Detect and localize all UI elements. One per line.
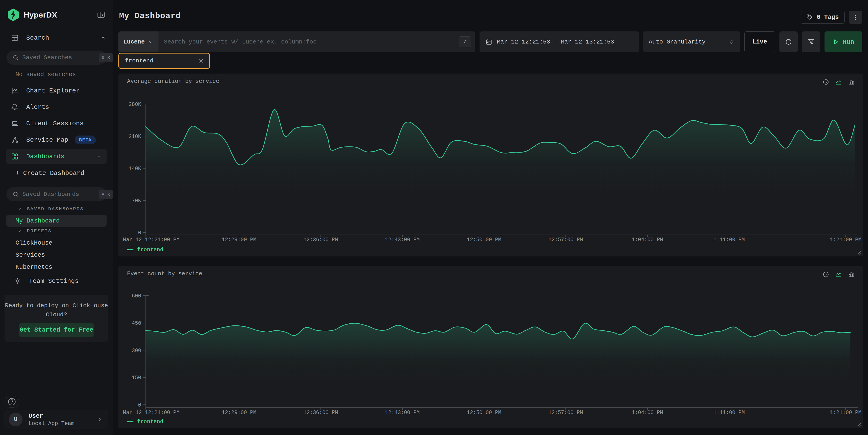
query-language-select[interactable]: Lucene [118,31,158,52]
page-title: My Dashboard [119,11,181,21]
legend-dash-icon [127,249,133,250]
bell-icon [11,103,19,111]
saved-searches-search[interactable]: ⌘ K [6,51,106,65]
hyperdx-logo-icon [7,8,20,22]
sidebar-item-service-map[interactable]: Service Map BETA [0,134,113,146]
filter-chip-frontend[interactable]: frontend [118,53,210,69]
legend-dash-icon [127,421,133,422]
filter-chip-label: frontend [125,57,153,64]
event-search-input[interactable] [158,31,459,52]
chevron-down-icon [17,206,22,212]
dashboard-item-label: My Dashboard [16,218,60,224]
svg-text:300: 300 [132,348,141,354]
panel-resize-handle[interactable] [857,250,862,255]
event-search-box: Lucene / [118,31,475,52]
sidebar-item-search[interactable]: Search [0,32,113,44]
section-saved-dashboards[interactable]: SAVED DASHBOARDS [17,206,84,212]
sidebar-item-dashboards[interactable]: Dashboards [6,149,106,164]
chevron-up-icon [100,35,106,41]
svg-text:12:50:00 PM: 12:50:00 PM [467,237,501,243]
calendar-icon [486,38,492,45]
chevron-down-icon [148,39,153,44]
dashboard-menu-button[interactable] [849,11,862,24]
sidebar-item-clickhouse[interactable]: ClickHouse [6,237,106,249]
date-range-picker[interactable]: Mar 12 12:21:53 - Mar 12 13:21:53 [479,31,639,52]
tags-label: 0 Tags [817,14,839,21]
sidebar: HyperDX Search ⌘ K No saved searches Cha… [0,0,113,435]
chart-panel-average-duration: Average duration by service 070K140K210K… [118,73,863,256]
search-section-icon [11,34,19,42]
saved-dashboards-search[interactable]: ⌘ K [6,187,106,201]
sidebar-item-label: Search [26,34,49,41]
chart-explorer-icon [11,87,19,95]
promo-text-line2: Cloud? [5,310,108,319]
sidebar-item-label: Chart Explorer [26,87,80,94]
create-dashboard-button[interactable]: + Create Dashboard [16,170,84,177]
sidebar-item-label: Dashboards [26,153,64,160]
granularity-value: Auto Granularity [649,38,706,45]
svg-text:12:43:00 PM: 12:43:00 PM [385,237,420,243]
sidebar-item-team-settings[interactable]: Team Settings [0,275,113,287]
section-label: PRESETS [27,228,52,234]
date-range-value: Mar 12 12:21:53 - Mar 12 13:21:53 [497,38,614,45]
help-button[interactable] [5,396,19,408]
sidebar-item-services[interactable]: Services [6,249,106,261]
beta-badge: BETA [75,135,96,145]
sidebar-item-label: Team Settings [29,278,79,285]
promo-text-line1: Ready to deploy on ClickHouse [5,301,108,310]
search-icon [12,54,19,61]
filter-button[interactable] [802,31,820,52]
refresh-button[interactable] [779,31,798,52]
user-menu[interactable]: U User Local App Team [5,410,108,429]
line-chart-event-count[interactable]: 0150300450600Mar 12 12:21:00 PM12:29:00 … [118,266,863,428]
user-name: User [28,413,74,420]
sidebar-item-client-sessions[interactable]: Client Sessions [0,118,113,129]
svg-text:12:36:00 PM: 12:36:00 PM [304,237,338,243]
avatar: U [9,413,23,426]
saved-dashboards-input[interactable] [22,191,99,198]
live-button[interactable]: Live [744,31,775,52]
sidebar-item-kubernetes[interactable]: Kubernetes [6,261,106,273]
svg-text:12:43:00 PM: 12:43:00 PM [385,410,420,416]
saved-searches-input[interactable] [22,54,99,61]
sidebar-item-alerts[interactable]: Alerts [0,101,113,113]
sidebar-item-my-dashboard[interactable]: My Dashboard [6,215,106,227]
line-chart-average-duration[interactable]: 070K140K210K280KMar 12 12:21:00 PM12:29:… [118,73,863,256]
sidebar-item-label: Client Sessions [26,120,84,127]
svg-text:0: 0 [138,230,141,236]
svg-text:1:11:00 PM: 1:11:00 PM [713,410,745,416]
chart-legend: frontend [127,247,163,253]
svg-text:12:50:00 PM: 12:50:00 PM [467,410,501,416]
svg-text:Mar 12 12:21:00 PM: Mar 12 12:21:00 PM [123,237,179,243]
svg-text:12:36:00 PM: 12:36:00 PM [304,410,338,416]
svg-text:1:04:00 PM: 1:04:00 PM [632,237,663,243]
preset-label: Services [16,252,45,258]
svg-text:600: 600 [132,293,141,299]
tags-button[interactable]: 0 Tags [801,11,844,24]
svg-text:1:21:00 PM: 1:21:00 PM [830,237,861,243]
get-started-button[interactable]: Get Started for Free [19,323,94,337]
close-icon[interactable] [198,58,204,64]
logo-row: HyperDX [0,7,113,23]
panel-resize-handle[interactable] [857,422,862,427]
run-button[interactable]: Run [825,31,862,52]
shortcut-badge: ⌘ K [99,190,113,199]
section-label: SAVED DASHBOARDS [27,206,84,212]
sidebar-item-chart-explorer[interactable]: Chart Explorer [0,85,113,97]
query-toolbar: Lucene / Mar 12 12:21:53 - Mar 12 13:21:… [118,31,862,52]
dashboards-grid-icon [11,153,19,160]
svg-text:450: 450 [132,320,141,327]
query-language-label: Lucene [123,38,145,45]
section-presets[interactable]: PRESETS [17,228,52,234]
search-icon [12,191,19,198]
shortcut-badge: ⌘ K [99,53,113,62]
clickhouse-cloud-promo: Ready to deploy on ClickHouse Cloud? Get… [5,295,108,342]
laptop-icon [11,120,19,127]
no-saved-searches-text: No saved searches [16,71,76,78]
collapse-sidebar-icon[interactable] [96,10,106,20]
run-label: Run [843,38,854,45]
granularity-select[interactable]: Auto Granularity [643,31,740,52]
svg-text:1:21:00 PM: 1:21:00 PM [830,410,861,416]
chart-panel-event-count: Event count by service 0150300450600Mar … [118,266,863,428]
preset-label: Kubernetes [16,264,52,271]
